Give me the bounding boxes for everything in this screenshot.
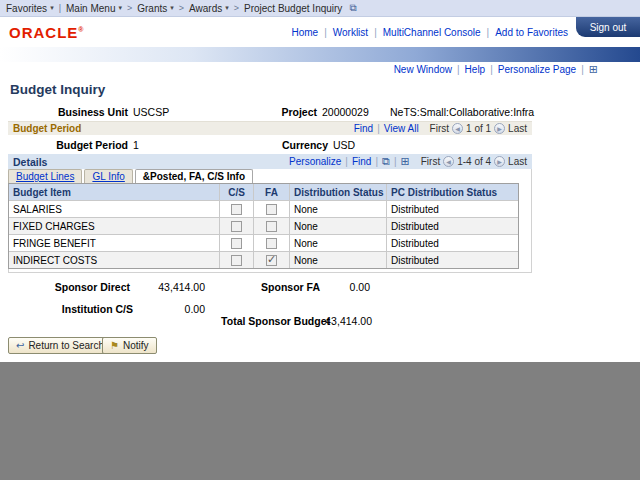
column-header-cs: C/S [219, 184, 253, 200]
budget-period-pager: First ◀ 1 of 1 ▶ Last [430, 123, 527, 134]
breadcrumb-label: Project Budget Inquiry [244, 3, 342, 14]
button-label: Notify [123, 340, 149, 351]
breadcrumb-item-main-menu[interactable]: Main Menu ▾ [66, 3, 122, 14]
breadcrumb-label: Awards [189, 3, 222, 14]
tab-budget-lines[interactable]: Budget Lines [8, 169, 82, 183]
separator: | [345, 156, 348, 167]
project-label: Project [237, 106, 317, 118]
fa-checkbox [266, 238, 277, 249]
home-link[interactable]: Home [291, 27, 318, 38]
breadcrumb-label: Main Menu [66, 3, 115, 14]
download-grid-icon[interactable]: ⊞ [401, 156, 410, 167]
tab-label: GL Info [92, 171, 124, 182]
breadcrumb-item-grants[interactable]: Grants ▾ [137, 3, 174, 14]
personalize-link[interactable]: Personalize [289, 156, 341, 167]
section-title: Budget Period [13, 123, 81, 134]
separator: | [324, 27, 327, 38]
sign-out-button[interactable]: Sign out [576, 17, 640, 37]
cs-checkbox [231, 221, 242, 232]
application-window: Favorites ▾ | Main Menu ▾ > Grants ▾ > A… [0, 0, 640, 480]
left-arrow-icon: ◀ [455, 125, 460, 132]
notebook-icon[interactable]: ⧉ [349, 2, 356, 14]
view-all-link[interactable]: View All [384, 123, 419, 134]
column-header-distribution-status: Distribution Status [289, 184, 386, 200]
find-link[interactable]: Find [354, 123, 373, 134]
new-window-link[interactable]: New Window [394, 64, 452, 75]
multichannel-console-link[interactable]: MultiChannel Console [383, 27, 481, 38]
previous-row-button[interactable]: ◀ [452, 123, 463, 134]
right-arrow-icon: ▶ [497, 125, 502, 132]
distribution-status-cell: None [289, 235, 386, 251]
distribution-status-cell: None [289, 218, 386, 234]
oracle-logo: ORACLE® [9, 24, 84, 41]
worklist-link[interactable]: Worklist [333, 27, 368, 38]
pager-range: 1 of 1 [466, 123, 491, 134]
cs-checkbox [231, 238, 242, 249]
grid-icon[interactable]: ⊞ [589, 64, 598, 75]
separator: | [394, 156, 397, 167]
breadcrumb-separator: > [127, 3, 132, 13]
help-link[interactable]: Help [465, 64, 486, 75]
institution-cs-label: Institution C/S [33, 303, 133, 315]
tab-gl-info[interactable]: GL Info [84, 169, 132, 183]
header-gradient-band [0, 47, 640, 62]
last-link[interactable]: Last [508, 123, 527, 134]
fa-checkbox [266, 255, 277, 266]
breadcrumb-separator: > [234, 3, 239, 13]
details-pager: First ◀ 1-4 of 4 ▶ Last [421, 156, 527, 167]
page-content: New Window | Help | Personalize Page | ⊞… [0, 62, 640, 362]
chevron-down-icon: ▾ [50, 4, 54, 12]
header-nav: Home | Worklist | MultiChannel Console |… [291, 27, 568, 38]
first-link[interactable]: First [421, 156, 440, 167]
column-header-fa: FA [253, 184, 289, 200]
separator: | [487, 27, 490, 38]
add-to-favorites-link[interactable]: Add to Favorites [495, 27, 568, 38]
budget-item-cell: FIXED CHARGES [9, 218, 219, 234]
budget-period-label: Budget Period [38, 139, 128, 151]
previous-row-button[interactable]: ◀ [443, 156, 454, 167]
breadcrumb-item-awards[interactable]: Awards ▾ [189, 3, 229, 14]
budget-period-value: 1 [133, 139, 139, 151]
column-header-budget-item: Budget Item [9, 184, 219, 200]
budget-item-cell: INDIRECT COSTS [9, 252, 219, 268]
application-header: ORACLE® Home | Worklist | MultiChannel C… [0, 17, 640, 47]
cs-checkbox [231, 255, 242, 266]
chevron-down-icon: ▾ [118, 4, 122, 12]
separator: | [374, 27, 377, 38]
business-unit-label: Business Unit [38, 106, 128, 118]
budget-period-section-header: Budget Period Find | View All First ◀ 1 … [8, 121, 532, 135]
separator: | [377, 123, 380, 134]
breadcrumb-item-favorites[interactable]: Favorites ▾ [6, 3, 54, 14]
return-icon: ↩ [16, 341, 24, 351]
breadcrumb-label: Favorites [6, 3, 47, 14]
zoom-popup-icon[interactable]: ⧉ [382, 156, 390, 167]
table-row: INDIRECT COSTS None Distributed [9, 251, 518, 268]
next-row-button[interactable]: ▶ [494, 156, 505, 167]
separator: | [581, 64, 584, 75]
pager-range: 1-4 of 4 [457, 156, 491, 167]
institution-cs-value: 0.00 [145, 303, 205, 315]
breadcrumb-label: Grants [137, 3, 167, 14]
tab-posted-fa-cs-info[interactable]: &Posted, FA, C/S Info [135, 169, 253, 183]
button-label: Return to Search [28, 340, 104, 351]
fa-checkbox [266, 204, 277, 215]
cs-checkbox [231, 204, 242, 215]
first-link[interactable]: First [430, 123, 449, 134]
notify-button[interactable]: ⚑ Notify [102, 337, 157, 354]
registered-mark: ® [78, 26, 83, 33]
find-link[interactable]: Find [352, 156, 371, 167]
table-row: FRINGE BENEFIT None Distributed [9, 234, 518, 251]
return-to-search-button[interactable]: ↩ Return to Search [8, 337, 112, 354]
sponsor-direct-label: Sponsor Direct [30, 281, 130, 293]
distribution-status-cell: None [289, 201, 386, 217]
currency-value: USD [333, 139, 355, 151]
details-grid-tabs: Budget Lines GL Info &Posted, FA, C/S In… [8, 169, 255, 183]
last-link[interactable]: Last [508, 156, 527, 167]
tab-label: Budget Lines [16, 171, 74, 182]
breadcrumb-separator: > [179, 3, 184, 13]
next-row-button[interactable]: ▶ [494, 123, 505, 134]
table-row: SALARIES None Distributed [9, 200, 518, 217]
project-value: 20000029 [322, 106, 369, 118]
pc-distribution-status-cell: Distributed [386, 252, 518, 268]
personalize-page-link[interactable]: Personalize Page [498, 64, 576, 75]
